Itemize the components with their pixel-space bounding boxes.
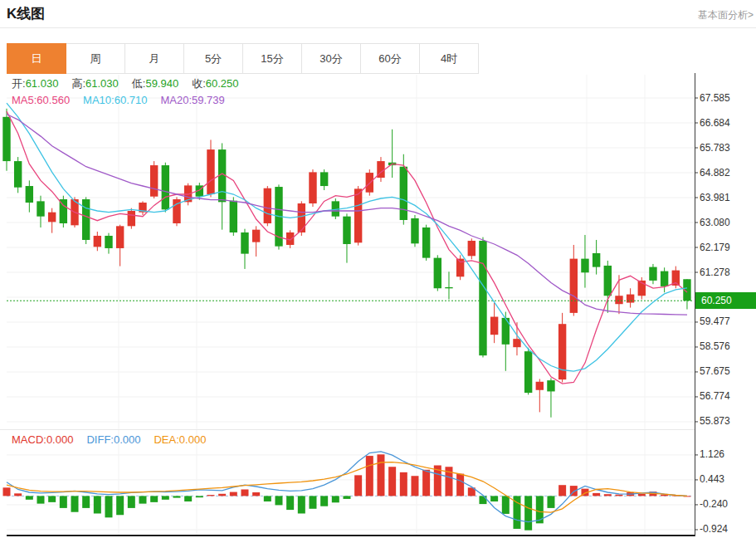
macd-bar <box>207 495 214 496</box>
macd-bar <box>332 496 339 502</box>
macd-bar <box>558 485 566 496</box>
macd-bar <box>456 474 464 496</box>
macd-bar <box>150 496 158 501</box>
candle-body <box>128 211 135 226</box>
macd-bar <box>388 467 396 496</box>
macd-bar <box>14 493 22 496</box>
price-axis-label: 61.278 <box>700 267 730 279</box>
current-price-badge: 60.250 <box>695 292 756 309</box>
macd-bar <box>94 496 101 513</box>
macd-bar <box>252 492 260 496</box>
macd-bar <box>593 493 600 496</box>
info-item-DEA: DEA:0.000 <box>154 433 206 446</box>
macd-bar <box>3 487 11 496</box>
info-item-MA5: MA5:60.560 <box>12 94 70 106</box>
macd-axis-label: 1.126 <box>700 448 724 461</box>
candle-body <box>400 167 407 220</box>
tab-日[interactable]: 日 <box>7 43 66 74</box>
price-axis-label: 62.179 <box>700 242 730 254</box>
macd-bar <box>638 494 646 496</box>
candle-body <box>252 230 260 242</box>
candle-body <box>94 236 101 247</box>
candle-body <box>434 258 441 289</box>
candle-body <box>37 201 44 216</box>
candle-body <box>230 201 237 232</box>
price-axis-label: 64.882 <box>700 167 730 179</box>
candle-body <box>82 199 90 240</box>
macd-bar <box>48 496 56 501</box>
macd-bar <box>82 496 90 507</box>
candle-body <box>558 324 566 379</box>
candle-body <box>150 165 158 197</box>
ohlc-info-row: 开:61.030高:61.030低:59.940收:60.250 <box>12 76 252 91</box>
macd-bar <box>490 496 498 501</box>
macd-bar <box>184 496 192 501</box>
macd-bar <box>128 496 135 507</box>
candle-body <box>264 188 271 223</box>
candle-body <box>207 149 214 194</box>
macd-bar <box>264 496 271 501</box>
macd-bar <box>366 456 373 496</box>
macd-info-row: MACD:0.000DIFF:0.000DEA:0.000 <box>12 433 219 446</box>
candle-body <box>162 165 169 209</box>
macd-bar <box>411 476 418 496</box>
info-item-DIFF: DIFF:0.000 <box>86 433 140 446</box>
info-item-高: 高:61.030 <box>71 77 118 90</box>
candle-body <box>604 266 612 296</box>
macd-bar <box>354 475 362 496</box>
macd-bar <box>116 496 124 515</box>
candle-body <box>320 172 328 186</box>
macd-axis-label: 0.443 <box>700 473 724 486</box>
macd-axis-label: -0.924 <box>700 523 728 536</box>
macd-bar <box>524 496 532 530</box>
price-axis-label: 66.684 <box>700 117 730 130</box>
macd-bar <box>60 496 67 507</box>
candle-body <box>286 232 294 245</box>
price-axis-label: 58.576 <box>700 340 730 353</box>
candle-body <box>422 227 430 258</box>
macd-bar <box>479 496 486 504</box>
info-item-收: 收:60.250 <box>192 77 238 90</box>
macd-axis-label: -0.240 <box>700 498 728 511</box>
candle-body <box>593 253 600 267</box>
info-item-MACD: MACD:0.000 <box>12 433 73 446</box>
candle-body <box>309 172 316 203</box>
macd-bar <box>218 494 226 496</box>
candle-body <box>661 271 668 286</box>
macd-bar <box>162 496 169 499</box>
candle-body <box>468 241 476 256</box>
candle-body <box>536 382 544 390</box>
price-axis-label: 59.477 <box>700 315 730 328</box>
price-axis-label: 67.585 <box>700 92 730 105</box>
candle-body <box>343 217 350 244</box>
candle-body <box>570 259 578 313</box>
price-axis-label: 55.873 <box>700 415 730 428</box>
macd-bar <box>230 492 237 496</box>
macd-bar <box>400 472 407 496</box>
candle-body <box>298 203 305 232</box>
candle-body <box>581 259 588 273</box>
macd-bar <box>343 496 350 499</box>
candle-body <box>627 295 634 303</box>
macd-bar <box>173 496 180 497</box>
macd-bar <box>286 496 294 510</box>
candle-body <box>513 339 520 347</box>
candle-body <box>649 267 656 281</box>
candle-body <box>354 188 362 242</box>
macd-bar <box>196 496 203 497</box>
candle-body <box>615 296 622 304</box>
ma-info-row: MA5:60.560MA10:60.710MA20:59.739 <box>12 94 238 106</box>
macd-bar <box>71 496 78 511</box>
price-axis-label: 63.080 <box>700 217 730 229</box>
macd-bar <box>422 470 430 496</box>
candle-body <box>2 117 10 161</box>
candle-body <box>445 287 452 288</box>
macd-bar <box>320 496 328 506</box>
macd-bar <box>309 496 316 508</box>
candle-body <box>116 226 124 248</box>
price-axis-label: 65.783 <box>700 142 730 154</box>
info-item-低: 低:59.940 <box>132 77 178 90</box>
macd-bar <box>377 454 384 496</box>
macd-bar <box>139 496 146 503</box>
macd-bar <box>502 496 510 514</box>
